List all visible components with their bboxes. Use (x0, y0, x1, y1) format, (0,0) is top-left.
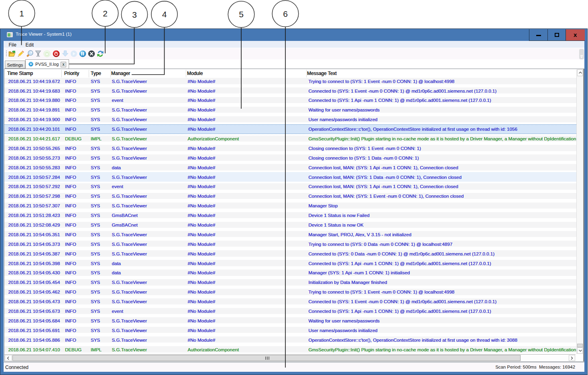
svg-text:6: 6 (283, 9, 288, 18)
svg-text:5: 5 (239, 10, 244, 19)
svg-text:2: 2 (103, 9, 108, 18)
svg-text:4: 4 (162, 10, 167, 19)
svg-text:3: 3 (132, 10, 137, 19)
svg-text:1: 1 (19, 9, 24, 18)
